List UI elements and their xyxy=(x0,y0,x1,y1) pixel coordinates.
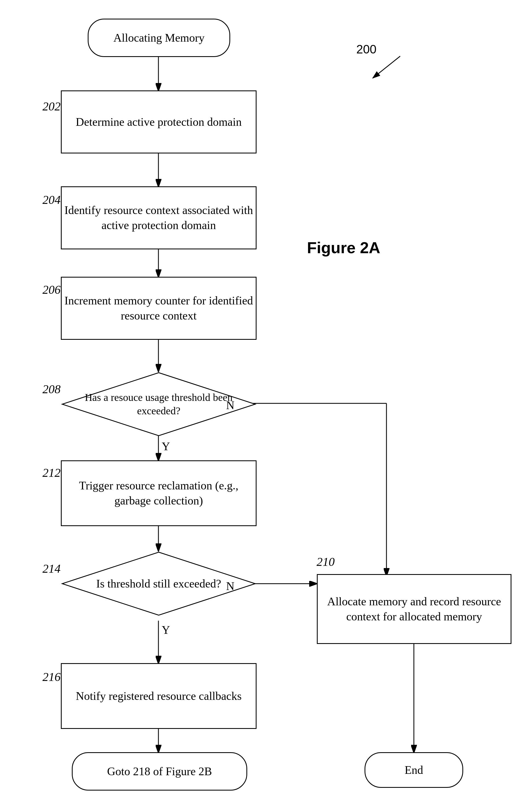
ref-206: 206 xyxy=(42,283,61,297)
node-212: Trigger resource reclamation (e.g., garb… xyxy=(61,460,256,526)
ref-202: 202 xyxy=(42,99,61,113)
label-208-N: N xyxy=(226,399,234,412)
ref-arrow-line xyxy=(364,54,419,86)
ref-204: 204 xyxy=(42,193,61,207)
node-210: Allocate memory and record resource cont… xyxy=(317,574,511,644)
ref-210: 210 xyxy=(317,555,335,569)
ref-216: 216 xyxy=(42,670,61,684)
node-end: End xyxy=(364,752,463,788)
node-start: Allocating Memory xyxy=(88,19,230,57)
node-216: Notify registered resource callbacks xyxy=(61,663,256,729)
label-214-Y: Y xyxy=(162,623,170,637)
label-214-N: N xyxy=(226,580,234,593)
diagram-container: 200 Figure 2A Allocating Memory 202 Dete… xyxy=(0,0,532,807)
ref-212: 212 xyxy=(42,466,61,480)
figure-label: Figure 2A xyxy=(307,238,380,257)
node-goto: Goto 218 of Figure 2B xyxy=(72,752,247,791)
ref-214: 214 xyxy=(42,562,61,576)
ref-208: 208 xyxy=(42,382,61,396)
node-202: Determine active protection domain xyxy=(61,91,256,153)
svg-line-13 xyxy=(373,56,400,78)
node-204: Identify resource context associated wit… xyxy=(61,186,256,249)
label-208-Y: Y xyxy=(162,440,170,453)
node-206: Increment memory counter for identified … xyxy=(61,277,256,340)
